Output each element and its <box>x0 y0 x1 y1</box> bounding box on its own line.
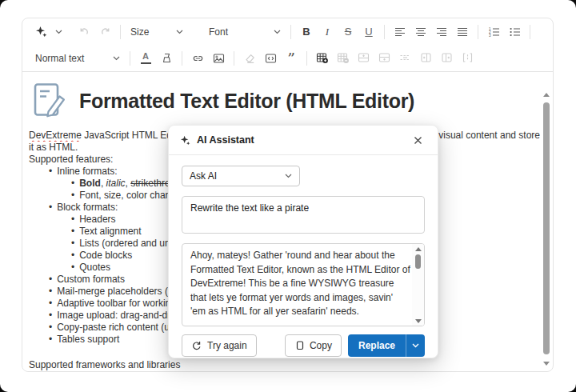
background-color-icon <box>161 53 173 64</box>
link-button[interactable] <box>187 48 208 69</box>
dialog-header: AI Assistant <box>169 126 438 155</box>
insert-column-right-button[interactable] <box>437 48 458 69</box>
link-icon <box>192 53 204 64</box>
editor-scrollbar[interactable] <box>542 93 550 367</box>
align-justify-icon <box>457 26 468 38</box>
chevron-down-icon <box>274 30 281 34</box>
insert-row-below-button[interactable] <box>374 48 395 69</box>
ordered-list-button[interactable]: 123 <box>483 22 504 42</box>
misspelled-word: DevExtreme <box>29 130 82 141</box>
chevron-down-icon <box>176 30 183 34</box>
try-again-button[interactable]: Try again <box>182 334 257 357</box>
close-button[interactable] <box>409 131 426 149</box>
refresh-icon <box>191 341 202 351</box>
eraser-icon <box>244 53 256 64</box>
copy-button[interactable]: Copy <box>285 334 342 357</box>
scrollbar-thumb[interactable] <box>415 254 421 269</box>
ai-assistant-dialog: AI Assistant Ask AI Rewrite the text lik… <box>168 125 438 358</box>
insert-column-left-icon <box>420 52 433 64</box>
font-select[interactable]: Font <box>204 22 286 42</box>
bullet-list-button[interactable] <box>504 22 525 42</box>
chevron-down-icon <box>412 343 419 348</box>
response-scrollbar[interactable] <box>412 244 424 326</box>
image-icon <box>213 53 225 64</box>
delete-column-button[interactable] <box>458 48 478 69</box>
bold-button[interactable]: B <box>296 22 317 42</box>
scroll-up-arrow[interactable] <box>543 93 550 97</box>
chevron-down-icon <box>113 56 120 61</box>
editor-toolbar: Size Font B I S U <box>22 18 553 72</box>
chevron-down-icon <box>285 174 292 178</box>
toolbar-separator <box>182 51 182 66</box>
scrollbar-thumb[interactable] <box>543 102 550 354</box>
align-center-button[interactable] <box>410 22 431 42</box>
delete-table-button[interactable] <box>333 48 354 69</box>
chevron-down-icon <box>55 30 62 34</box>
italic-button[interactable]: I <box>317 22 338 42</box>
ai-assistant-caret[interactable] <box>51 22 66 42</box>
toolbar-separator <box>306 51 307 66</box>
align-left-button[interactable] <box>390 22 410 42</box>
undo-button[interactable] <box>74 22 94 42</box>
toolbar-separator <box>384 25 385 39</box>
toolbar-separator <box>478 25 478 39</box>
heading-format-select[interactable]: Normal text <box>30 48 125 69</box>
close-icon <box>414 136 422 145</box>
toolbar-separator <box>120 25 121 39</box>
replace-split-button: Replace <box>348 334 425 357</box>
background-color-button[interactable] <box>156 48 177 69</box>
redo-icon <box>99 26 111 38</box>
align-right-button[interactable] <box>431 22 452 42</box>
response-box[interactable]: Ahoy, mateys! Gather 'round and hear abo… <box>182 243 425 326</box>
response-paragraph: Ahoy, mateys! Gather 'round and hear abo… <box>190 249 410 319</box>
toolbar-separator <box>530 25 530 39</box>
svg-text:3: 3 <box>489 33 491 37</box>
replace-button[interactable]: Replace <box>348 334 406 357</box>
prompt-input[interactable]: Rewrite the text like a pirate <box>182 196 425 234</box>
frameworks-heading: Supported frameworks and libraries <box>29 359 553 370</box>
font-select-value: Font <box>209 26 228 38</box>
insert-column-right-icon <box>441 52 454 64</box>
size-select-value: Size <box>130 26 149 38</box>
response-text: Ahoy, mateys! Gather 'round and hear abo… <box>182 244 412 326</box>
align-left-icon <box>394 26 406 38</box>
clear-format-button[interactable] <box>239 48 260 69</box>
ai-sparkle-icon <box>35 26 47 38</box>
strikethrough-button[interactable]: S <box>338 22 358 42</box>
copy-icon <box>294 341 304 351</box>
ordered-list-icon: 123 <box>488 26 500 38</box>
dialog-footer: Try again Copy Replace <box>169 334 438 357</box>
size-select[interactable]: Size <box>126 22 188 42</box>
align-justify-button[interactable] <box>452 22 473 42</box>
scroll-down-arrow[interactable] <box>415 319 422 323</box>
insert-table-button[interactable] <box>312 48 333 69</box>
insert-column-left-button[interactable] <box>416 48 437 69</box>
redo-button[interactable] <box>94 22 115 42</box>
page-title: Formatted Text Editor (HTML Editor) <box>79 90 414 113</box>
scroll-down-arrow[interactable] <box>543 362 550 366</box>
heading-format-value: Normal text <box>35 53 84 64</box>
blockquote-button[interactable]: ” <box>281 48 302 69</box>
insert-table-icon <box>316 52 329 64</box>
code-block-button[interactable] <box>260 48 281 69</box>
document-pencil-icon <box>34 82 67 120</box>
ai-assistant-button[interactable] <box>30 22 51 42</box>
delete-row-button[interactable] <box>395 48 416 69</box>
align-center-icon <box>415 26 426 38</box>
ai-command-value: Ask AI <box>190 170 217 182</box>
dialog-body: Ask AI Rewrite the text like a pirate Ah… <box>169 155 438 326</box>
insert-row-above-icon <box>358 52 370 64</box>
font-color-button[interactable]: A <box>135 48 156 69</box>
underline-button[interactable]: U <box>358 22 379 42</box>
blockquote-icon: ” <box>287 54 295 62</box>
toolbar-row-2: Normal text A <box>30 45 545 71</box>
replace-caret-button[interactable] <box>406 334 425 357</box>
scroll-up-arrow[interactable] <box>415 247 422 251</box>
ai-command-select[interactable]: Ask AI <box>182 166 300 186</box>
copy-label: Copy <box>310 340 332 351</box>
image-button[interactable] <box>208 48 229 69</box>
dialog-title: AI Assistant <box>197 134 254 146</box>
insert-row-above-button[interactable] <box>354 48 374 69</box>
try-again-label: Try again <box>207 340 247 351</box>
ai-sparkle-icon <box>180 135 190 146</box>
